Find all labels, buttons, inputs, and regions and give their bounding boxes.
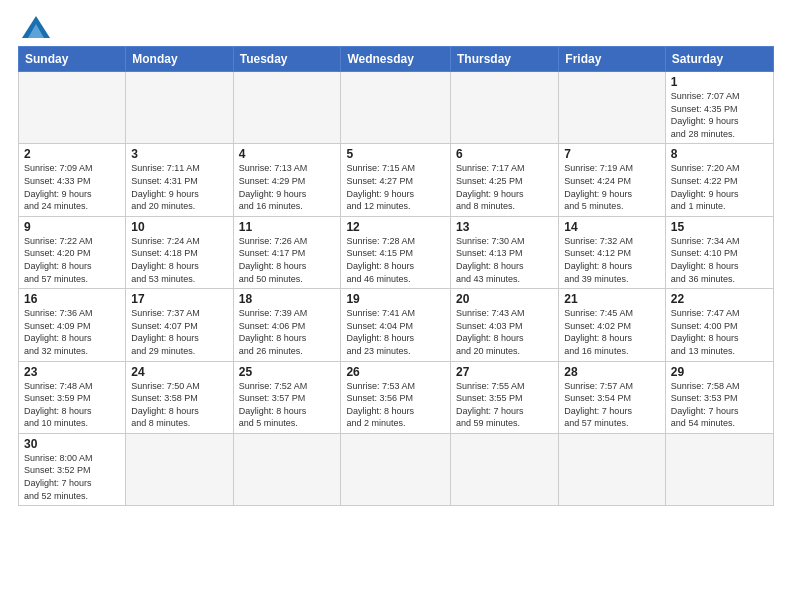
calendar-cell [451, 72, 559, 144]
day-number: 11 [239, 220, 336, 234]
day-number: 15 [671, 220, 768, 234]
calendar-cell: 11Sunrise: 7:26 AM Sunset: 4:17 PM Dayli… [233, 216, 341, 288]
calendar-week-row: 30Sunrise: 8:00 AM Sunset: 3:52 PM Dayli… [19, 433, 774, 505]
col-monday: Monday [126, 47, 233, 72]
calendar-cell: 16Sunrise: 7:36 AM Sunset: 4:09 PM Dayli… [19, 289, 126, 361]
day-number: 21 [564, 292, 660, 306]
calendar-cell: 20Sunrise: 7:43 AM Sunset: 4:03 PM Dayli… [451, 289, 559, 361]
day-info: Sunrise: 7:58 AM Sunset: 3:53 PM Dayligh… [671, 380, 768, 430]
day-number: 14 [564, 220, 660, 234]
calendar-cell [665, 433, 773, 505]
day-info: Sunrise: 7:20 AM Sunset: 4:22 PM Dayligh… [671, 162, 768, 212]
day-info: Sunrise: 7:32 AM Sunset: 4:12 PM Dayligh… [564, 235, 660, 285]
calendar-cell: 17Sunrise: 7:37 AM Sunset: 4:07 PM Dayli… [126, 289, 233, 361]
day-number: 17 [131, 292, 227, 306]
col-wednesday: Wednesday [341, 47, 451, 72]
day-info: Sunrise: 7:57 AM Sunset: 3:54 PM Dayligh… [564, 380, 660, 430]
day-info: Sunrise: 7:11 AM Sunset: 4:31 PM Dayligh… [131, 162, 227, 212]
calendar-cell: 28Sunrise: 7:57 AM Sunset: 3:54 PM Dayli… [559, 361, 666, 433]
logo [18, 16, 50, 38]
calendar-cell: 13Sunrise: 7:30 AM Sunset: 4:13 PM Dayli… [451, 216, 559, 288]
day-info: Sunrise: 7:15 AM Sunset: 4:27 PM Dayligh… [346, 162, 445, 212]
col-saturday: Saturday [665, 47, 773, 72]
day-number: 1 [671, 75, 768, 89]
day-number: 9 [24, 220, 120, 234]
day-number: 29 [671, 365, 768, 379]
logo-text [18, 16, 50, 38]
day-number: 2 [24, 147, 120, 161]
day-number: 18 [239, 292, 336, 306]
day-number: 28 [564, 365, 660, 379]
day-info: Sunrise: 7:39 AM Sunset: 4:06 PM Dayligh… [239, 307, 336, 357]
day-number: 8 [671, 147, 768, 161]
day-number: 10 [131, 220, 227, 234]
day-number: 13 [456, 220, 553, 234]
day-info: Sunrise: 8:00 AM Sunset: 3:52 PM Dayligh… [24, 452, 120, 502]
day-number: 25 [239, 365, 336, 379]
calendar-week-row: 9Sunrise: 7:22 AM Sunset: 4:20 PM Daylig… [19, 216, 774, 288]
day-number: 23 [24, 365, 120, 379]
calendar-cell: 4Sunrise: 7:13 AM Sunset: 4:29 PM Daylig… [233, 144, 341, 216]
calendar-cell: 24Sunrise: 7:50 AM Sunset: 3:58 PM Dayli… [126, 361, 233, 433]
calendar-cell [19, 72, 126, 144]
day-number: 3 [131, 147, 227, 161]
calendar-cell: 26Sunrise: 7:53 AM Sunset: 3:56 PM Dayli… [341, 361, 451, 433]
day-info: Sunrise: 7:52 AM Sunset: 3:57 PM Dayligh… [239, 380, 336, 430]
col-friday: Friday [559, 47, 666, 72]
day-info: Sunrise: 7:07 AM Sunset: 4:35 PM Dayligh… [671, 90, 768, 140]
calendar-cell [126, 72, 233, 144]
day-info: Sunrise: 7:45 AM Sunset: 4:02 PM Dayligh… [564, 307, 660, 357]
calendar-cell: 2Sunrise: 7:09 AM Sunset: 4:33 PM Daylig… [19, 144, 126, 216]
calendar-week-row: 23Sunrise: 7:48 AM Sunset: 3:59 PM Dayli… [19, 361, 774, 433]
calendar-table: Sunday Monday Tuesday Wednesday Thursday… [18, 46, 774, 506]
day-number: 7 [564, 147, 660, 161]
calendar-cell: 25Sunrise: 7:52 AM Sunset: 3:57 PM Dayli… [233, 361, 341, 433]
day-number: 22 [671, 292, 768, 306]
day-info: Sunrise: 7:13 AM Sunset: 4:29 PM Dayligh… [239, 162, 336, 212]
day-number: 4 [239, 147, 336, 161]
day-info: Sunrise: 7:41 AM Sunset: 4:04 PM Dayligh… [346, 307, 445, 357]
calendar-cell: 10Sunrise: 7:24 AM Sunset: 4:18 PM Dayli… [126, 216, 233, 288]
day-info: Sunrise: 7:17 AM Sunset: 4:25 PM Dayligh… [456, 162, 553, 212]
day-info: Sunrise: 7:34 AM Sunset: 4:10 PM Dayligh… [671, 235, 768, 285]
calendar-cell: 6Sunrise: 7:17 AM Sunset: 4:25 PM Daylig… [451, 144, 559, 216]
calendar-cell: 8Sunrise: 7:20 AM Sunset: 4:22 PM Daylig… [665, 144, 773, 216]
day-info: Sunrise: 7:22 AM Sunset: 4:20 PM Dayligh… [24, 235, 120, 285]
col-tuesday: Tuesday [233, 47, 341, 72]
day-info: Sunrise: 7:24 AM Sunset: 4:18 PM Dayligh… [131, 235, 227, 285]
day-number: 26 [346, 365, 445, 379]
day-info: Sunrise: 7:30 AM Sunset: 4:13 PM Dayligh… [456, 235, 553, 285]
calendar-cell [233, 72, 341, 144]
day-info: Sunrise: 7:36 AM Sunset: 4:09 PM Dayligh… [24, 307, 120, 357]
calendar-cell: 9Sunrise: 7:22 AM Sunset: 4:20 PM Daylig… [19, 216, 126, 288]
calendar-week-row: 16Sunrise: 7:36 AM Sunset: 4:09 PM Dayli… [19, 289, 774, 361]
day-info: Sunrise: 7:53 AM Sunset: 3:56 PM Dayligh… [346, 380, 445, 430]
day-info: Sunrise: 7:47 AM Sunset: 4:00 PM Dayligh… [671, 307, 768, 357]
calendar-cell: 30Sunrise: 8:00 AM Sunset: 3:52 PM Dayli… [19, 433, 126, 505]
calendar-cell: 22Sunrise: 7:47 AM Sunset: 4:00 PM Dayli… [665, 289, 773, 361]
day-number: 12 [346, 220, 445, 234]
calendar-week-row: 1Sunrise: 7:07 AM Sunset: 4:35 PM Daylig… [19, 72, 774, 144]
calendar-week-row: 2Sunrise: 7:09 AM Sunset: 4:33 PM Daylig… [19, 144, 774, 216]
calendar-cell [233, 433, 341, 505]
calendar-cell [341, 433, 451, 505]
day-number: 6 [456, 147, 553, 161]
calendar-cell: 5Sunrise: 7:15 AM Sunset: 4:27 PM Daylig… [341, 144, 451, 216]
calendar-cell: 1Sunrise: 7:07 AM Sunset: 4:35 PM Daylig… [665, 72, 773, 144]
calendar-cell [559, 72, 666, 144]
day-info: Sunrise: 7:19 AM Sunset: 4:24 PM Dayligh… [564, 162, 660, 212]
logo-icon [22, 16, 50, 38]
page: Sunday Monday Tuesday Wednesday Thursday… [0, 0, 792, 612]
day-info: Sunrise: 7:26 AM Sunset: 4:17 PM Dayligh… [239, 235, 336, 285]
calendar-cell: 27Sunrise: 7:55 AM Sunset: 3:55 PM Dayli… [451, 361, 559, 433]
calendar-cell [341, 72, 451, 144]
calendar-cell: 19Sunrise: 7:41 AM Sunset: 4:04 PM Dayli… [341, 289, 451, 361]
day-info: Sunrise: 7:48 AM Sunset: 3:59 PM Dayligh… [24, 380, 120, 430]
day-number: 24 [131, 365, 227, 379]
calendar-cell [559, 433, 666, 505]
calendar-cell: 15Sunrise: 7:34 AM Sunset: 4:10 PM Dayli… [665, 216, 773, 288]
day-info: Sunrise: 7:37 AM Sunset: 4:07 PM Dayligh… [131, 307, 227, 357]
day-number: 19 [346, 292, 445, 306]
day-info: Sunrise: 7:43 AM Sunset: 4:03 PM Dayligh… [456, 307, 553, 357]
day-number: 20 [456, 292, 553, 306]
